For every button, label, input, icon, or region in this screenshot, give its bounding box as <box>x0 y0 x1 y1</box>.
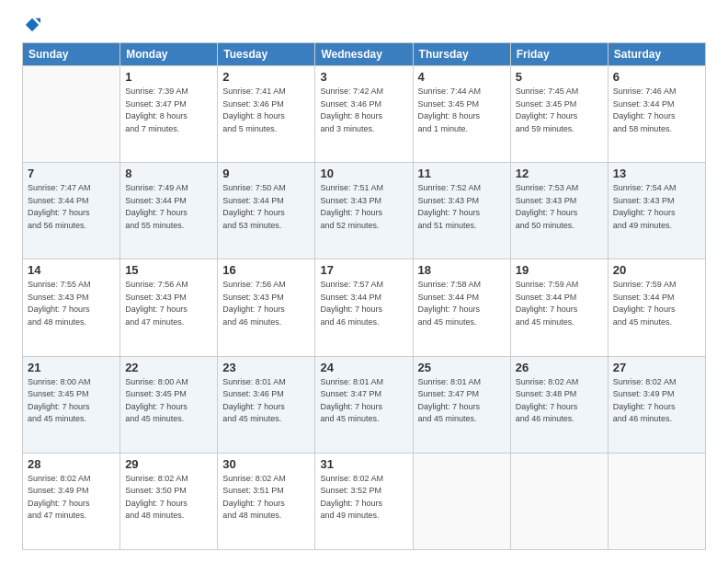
day-number: 12 <box>516 167 603 180</box>
day-info: Sunrise: 8:02 AM Sunset: 3:49 PM Dayligh… <box>613 376 700 426</box>
day-info: Sunrise: 7:52 AM Sunset: 3:43 PM Dayligh… <box>418 182 506 232</box>
day-number: 30 <box>222 457 310 471</box>
calendar-cell: 31Sunrise: 8:02 AM Sunset: 3:52 PM Dayli… <box>315 453 413 549</box>
calendar-cell: 21Sunrise: 8:00 AM Sunset: 3:45 PM Dayli… <box>23 356 120 453</box>
calendar-cell: 27Sunrise: 8:02 AM Sunset: 3:49 PM Dayli… <box>608 356 705 453</box>
calendar-cell <box>23 66 120 163</box>
day-number: 7 <box>28 167 115 180</box>
day-number: 24 <box>320 361 407 374</box>
day-number: 29 <box>125 457 212 471</box>
calendar-week-row: 14Sunrise: 7:55 AM Sunset: 3:43 PM Dayli… <box>23 259 706 356</box>
day-number: 8 <box>125 167 212 180</box>
logo-icon <box>24 17 40 33</box>
calendar-cell: 23Sunrise: 8:01 AM Sunset: 3:46 PM Dayli… <box>218 356 315 453</box>
calendar-cell: 25Sunrise: 8:01 AM Sunset: 3:47 PM Dayli… <box>413 356 510 453</box>
calendar-cell: 7Sunrise: 7:47 AM Sunset: 3:44 PM Daylig… <box>23 163 120 259</box>
weekday-header-saturday: Saturday <box>608 43 705 66</box>
day-number: 31 <box>320 457 407 471</box>
day-number: 23 <box>222 361 310 374</box>
day-number: 2 <box>222 70 310 84</box>
day-number: 15 <box>125 263 212 277</box>
day-info: Sunrise: 7:39 AM Sunset: 3:47 PM Dayligh… <box>125 86 212 135</box>
calendar-cell: 3Sunrise: 7:42 AM Sunset: 3:46 PM Daylig… <box>315 66 413 163</box>
day-info: Sunrise: 8:02 AM Sunset: 3:51 PM Dayligh… <box>222 473 310 523</box>
day-number: 26 <box>516 361 603 374</box>
calendar-cell: 9Sunrise: 7:50 AM Sunset: 3:44 PM Daylig… <box>218 163 315 259</box>
day-number: 5 <box>516 70 603 84</box>
day-info: Sunrise: 7:44 AM Sunset: 3:45 PM Dayligh… <box>418 86 506 135</box>
calendar-week-row: 1Sunrise: 7:39 AM Sunset: 3:47 PM Daylig… <box>23 66 706 163</box>
calendar-cell: 6Sunrise: 7:46 AM Sunset: 3:44 PM Daylig… <box>608 66 705 163</box>
day-info: Sunrise: 7:51 AM Sunset: 3:43 PM Dayligh… <box>320 182 407 232</box>
calendar-cell: 20Sunrise: 7:59 AM Sunset: 3:44 PM Dayli… <box>608 259 705 356</box>
day-info: Sunrise: 7:46 AM Sunset: 3:44 PM Dayligh… <box>613 86 700 135</box>
day-info: Sunrise: 7:59 AM Sunset: 3:44 PM Dayligh… <box>516 279 603 328</box>
day-info: Sunrise: 8:01 AM Sunset: 3:46 PM Dayligh… <box>222 376 310 426</box>
day-number: 14 <box>28 263 115 277</box>
calendar-cell <box>510 453 608 549</box>
calendar-table: SundayMondayTuesdayWednesdayThursdayFrid… <box>22 42 706 550</box>
calendar-cell: 17Sunrise: 7:57 AM Sunset: 3:44 PM Dayli… <box>315 259 413 356</box>
calendar-cell: 14Sunrise: 7:55 AM Sunset: 3:43 PM Dayli… <box>23 259 120 356</box>
weekday-header-monday: Monday <box>120 43 218 66</box>
day-number: 25 <box>418 361 506 374</box>
calendar-cell: 10Sunrise: 7:51 AM Sunset: 3:43 PM Dayli… <box>315 163 413 259</box>
calendar-cell: 22Sunrise: 8:00 AM Sunset: 3:45 PM Dayli… <box>120 356 218 453</box>
day-info: Sunrise: 8:02 AM Sunset: 3:52 PM Dayligh… <box>320 473 407 523</box>
calendar-cell: 1Sunrise: 7:39 AM Sunset: 3:47 PM Daylig… <box>120 66 218 163</box>
weekday-header-thursday: Thursday <box>413 43 510 66</box>
day-number: 27 <box>613 361 700 374</box>
page: SundayMondayTuesdayWednesdayThursdayFrid… <box>0 0 728 563</box>
day-info: Sunrise: 8:00 AM Sunset: 3:45 PM Dayligh… <box>28 376 115 426</box>
calendar-cell: 5Sunrise: 7:45 AM Sunset: 3:45 PM Daylig… <box>510 66 608 163</box>
day-number: 22 <box>125 361 212 374</box>
day-info: Sunrise: 8:01 AM Sunset: 3:47 PM Dayligh… <box>418 376 506 426</box>
day-info: Sunrise: 7:47 AM Sunset: 3:44 PM Dayligh… <box>28 182 115 232</box>
calendar-cell: 19Sunrise: 7:59 AM Sunset: 3:44 PM Dayli… <box>510 259 608 356</box>
weekday-header-friday: Friday <box>510 43 608 66</box>
calendar-cell: 30Sunrise: 8:02 AM Sunset: 3:51 PM Dayli… <box>218 453 315 549</box>
day-number: 4 <box>418 70 506 84</box>
calendar-body: 1Sunrise: 7:39 AM Sunset: 3:47 PM Daylig… <box>23 66 706 550</box>
day-info: Sunrise: 7:45 AM Sunset: 3:45 PM Dayligh… <box>516 86 603 135</box>
day-info: Sunrise: 7:41 AM Sunset: 3:46 PM Dayligh… <box>222 86 310 135</box>
day-info: Sunrise: 7:57 AM Sunset: 3:44 PM Dayligh… <box>320 279 407 328</box>
calendar-cell: 4Sunrise: 7:44 AM Sunset: 3:45 PM Daylig… <box>413 66 510 163</box>
day-info: Sunrise: 8:01 AM Sunset: 3:47 PM Dayligh… <box>320 376 407 426</box>
calendar-week-row: 28Sunrise: 8:02 AM Sunset: 3:49 PM Dayli… <box>23 453 706 549</box>
calendar-cell: 29Sunrise: 8:02 AM Sunset: 3:50 PM Dayli… <box>120 453 218 549</box>
day-number: 3 <box>320 70 407 84</box>
day-info: Sunrise: 8:02 AM Sunset: 3:49 PM Dayligh… <box>28 473 115 523</box>
day-number: 28 <box>28 457 115 471</box>
day-info: Sunrise: 7:58 AM Sunset: 3:44 PM Dayligh… <box>418 279 506 328</box>
calendar-cell: 12Sunrise: 7:53 AM Sunset: 3:43 PM Dayli… <box>510 163 608 259</box>
day-number: 21 <box>28 361 115 374</box>
day-number: 18 <box>418 263 506 277</box>
calendar-week-row: 7Sunrise: 7:47 AM Sunset: 3:44 PM Daylig… <box>23 163 706 259</box>
day-info: Sunrise: 7:49 AM Sunset: 3:44 PM Dayligh… <box>125 182 212 232</box>
calendar-cell: 28Sunrise: 8:02 AM Sunset: 3:49 PM Dayli… <box>23 453 120 549</box>
calendar-cell: 24Sunrise: 8:01 AM Sunset: 3:47 PM Dayli… <box>315 356 413 453</box>
day-info: Sunrise: 7:59 AM Sunset: 3:44 PM Dayligh… <box>613 279 700 328</box>
day-number: 20 <box>613 263 700 277</box>
day-info: Sunrise: 7:55 AM Sunset: 3:43 PM Dayligh… <box>28 279 115 328</box>
calendar-cell: 15Sunrise: 7:56 AM Sunset: 3:43 PM Dayli… <box>120 259 218 356</box>
calendar-header: SundayMondayTuesdayWednesdayThursdayFrid… <box>23 43 706 66</box>
day-number: 10 <box>320 167 407 180</box>
calendar-cell: 11Sunrise: 7:52 AM Sunset: 3:43 PM Dayli… <box>413 163 510 259</box>
calendar-week-row: 21Sunrise: 8:00 AM Sunset: 3:45 PM Dayli… <box>23 356 706 453</box>
calendar-cell: 16Sunrise: 7:56 AM Sunset: 3:43 PM Dayli… <box>218 259 315 356</box>
svg-marker-0 <box>26 18 39 31</box>
calendar-cell <box>413 453 510 549</box>
day-number: 19 <box>516 263 603 277</box>
weekday-header-row: SundayMondayTuesdayWednesdayThursdayFrid… <box>23 43 706 66</box>
day-info: Sunrise: 8:02 AM Sunset: 3:48 PM Dayligh… <box>516 376 603 426</box>
weekday-header-sunday: Sunday <box>23 43 120 66</box>
day-info: Sunrise: 8:02 AM Sunset: 3:50 PM Dayligh… <box>125 473 212 523</box>
calendar-cell <box>608 453 705 549</box>
day-number: 11 <box>418 167 506 180</box>
calendar-cell: 18Sunrise: 7:58 AM Sunset: 3:44 PM Dayli… <box>413 259 510 356</box>
header <box>22 17 706 33</box>
logo <box>22 17 40 33</box>
day-info: Sunrise: 7:50 AM Sunset: 3:44 PM Dayligh… <box>222 182 310 232</box>
